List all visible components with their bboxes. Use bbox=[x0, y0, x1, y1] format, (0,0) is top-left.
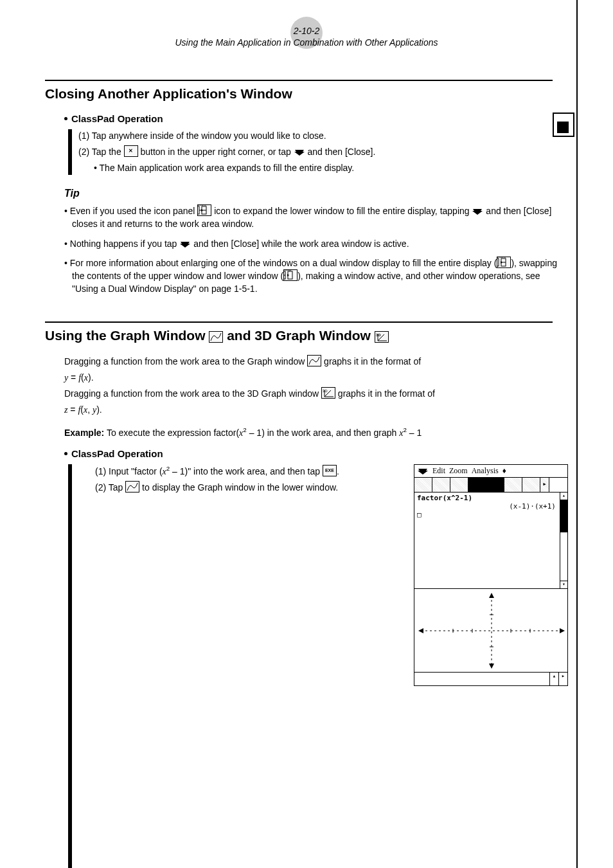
tb-btn-3[interactable] bbox=[450, 478, 468, 492]
menu-more[interactable]: ♦ bbox=[502, 466, 506, 476]
menu-edit[interactable]: Edit bbox=[432, 466, 445, 476]
tip1-b: icon to expand the lower window to fill … bbox=[211, 206, 472, 216]
section-heading-closing: Closing Another Application's Window bbox=[45, 86, 568, 102]
status-spacer bbox=[414, 673, 549, 685]
svg-marker-0 bbox=[294, 150, 305, 156]
tb-btn-2[interactable] bbox=[432, 478, 450, 492]
swap-label: Swap bbox=[284, 269, 297, 275]
tip3-a: • For more information about enlarging o… bbox=[64, 258, 497, 268]
eq1: y = f(x). bbox=[64, 371, 568, 384]
p1b: graphs it in the format of bbox=[321, 356, 421, 366]
status-icon-2[interactable]: ▸ bbox=[558, 673, 567, 685]
breadcrumb: 2-10-2 bbox=[45, 26, 568, 36]
scroll-thumb[interactable] bbox=[560, 500, 567, 532]
eq1-cl: ). bbox=[88, 372, 94, 383]
resize-label-2: Resize bbox=[497, 257, 510, 262]
ss-graph-area[interactable] bbox=[414, 589, 567, 673]
status-icon-1[interactable]: ▴ bbox=[549, 673, 558, 685]
menu-analysis[interactable]: Analysis bbox=[472, 466, 499, 476]
section-heading-graph: Using the Graph Window and 3D Graph Wind… bbox=[45, 328, 568, 343]
graph-window-icon bbox=[209, 331, 223, 343]
sub-heading-label-2: ClassPad Operation bbox=[71, 448, 163, 459]
tb-btn-1[interactable] bbox=[414, 478, 432, 492]
sec2-title-b: and 3D Graph Window bbox=[223, 328, 374, 343]
resize-icon: Resize bbox=[197, 204, 211, 216]
close-x-icon: ✕ bbox=[124, 145, 138, 157]
tip-list: • Even if you used the icon panel Resize… bbox=[64, 204, 568, 296]
resize-icon: Resize bbox=[497, 257, 511, 268]
swap-icon: Swap bbox=[283, 269, 298, 281]
eq2-eq: = bbox=[67, 404, 78, 415]
page-header: 2-10-2 Using the Main Application in Com… bbox=[45, 26, 568, 48]
tip-item-3: • For more information about enlarging o… bbox=[64, 257, 568, 296]
sec2-title-a: Using the Graph Window bbox=[45, 328, 209, 343]
svg-marker-23 bbox=[418, 469, 428, 475]
tb-btn-7[interactable] bbox=[522, 478, 540, 492]
resize-label: Resize bbox=[198, 204, 211, 210]
step-2-text-a: (2) Tap the bbox=[78, 147, 124, 157]
eq2-comma: , bbox=[87, 404, 93, 415]
p2a: Dragging a function from the work area t… bbox=[64, 388, 321, 399]
steps-block-2: (1) Input "factor (x2 – 1)" into the wor… bbox=[68, 464, 568, 868]
s1a: (1) Input "factor ( bbox=[95, 466, 163, 476]
sub-heading-classpad-op-1: ClassPad Operation bbox=[64, 113, 568, 124]
section-rule bbox=[45, 80, 553, 81]
tip-item-2: • Nothing happens if you tap and then [C… bbox=[64, 237, 568, 250]
ss-scrollbar[interactable]: ▴ ▾ bbox=[560, 493, 567, 588]
tb-btn-5-selected[interactable] bbox=[486, 478, 504, 492]
ex-c: – 1 bbox=[407, 427, 422, 437]
svg-marker-29 bbox=[560, 628, 565, 633]
work-cursor: □ bbox=[417, 511, 565, 519]
fat-down-arrow-icon bbox=[294, 149, 305, 156]
fat-down-arrow-icon bbox=[472, 208, 483, 215]
graph-window-icon bbox=[125, 481, 139, 493]
svg-text:3D: 3D bbox=[376, 333, 381, 337]
sub-heading-label: ClassPad Operation bbox=[71, 113, 163, 124]
svg-marker-26 bbox=[489, 593, 494, 598]
ex-a: To execute the expression factor( bbox=[104, 427, 239, 437]
p1a: Dragging a function from the work area t… bbox=[64, 356, 307, 366]
fat-down-arrow-icon[interactable] bbox=[417, 467, 429, 475]
tip2-a: • Nothing happens if you tap bbox=[64, 239, 179, 249]
s1b: – 1)" into the work area, and then tap bbox=[170, 466, 323, 476]
classpad-screenshot: Edit Zoom Analysis ♦ ▸ bbox=[414, 464, 568, 686]
work-line-2: (x-1)·(x+1) bbox=[417, 502, 565, 511]
step-2-text-b: button in the upper right corner, or tap bbox=[138, 147, 294, 157]
ss-toolbar: ▸ bbox=[414, 478, 567, 493]
steps-block-1: (1) Tap anywhere inside of the window yo… bbox=[68, 129, 568, 175]
eq2-cl: ). bbox=[96, 404, 102, 415]
chapter-title: Using the Main Application in Combinatio… bbox=[45, 37, 568, 48]
s2a: (2) Tap bbox=[95, 482, 125, 493]
tb-scroll-right[interactable]: ▸ bbox=[540, 478, 549, 492]
svg-text:3D: 3D bbox=[323, 389, 328, 393]
tip1-a: • Even if you used the icon panel bbox=[64, 206, 197, 216]
tb-btn-6[interactable] bbox=[504, 478, 522, 492]
step-2-sub: • The Main application work area expands… bbox=[94, 161, 568, 175]
graph-axes bbox=[414, 589, 569, 673]
tip-item-1: • Even if you used the icon panel Resize… bbox=[64, 204, 568, 231]
para-graph-drag: Dragging a function from the work area t… bbox=[64, 355, 568, 368]
example-label: Example: bbox=[64, 427, 104, 437]
3d-graph-window-icon: 3D bbox=[321, 387, 335, 399]
s1c: . bbox=[337, 466, 339, 476]
para-3dgraph-drag: Dragging a function from the work area t… bbox=[64, 387, 568, 401]
example-line: Example: To execute the expression facto… bbox=[64, 426, 568, 440]
scroll-down-icon[interactable]: ▾ bbox=[560, 581, 567, 588]
svg-marker-27 bbox=[489, 664, 494, 669]
margin-calculator-icon bbox=[553, 113, 574, 137]
step-2: (2) Tap the ✕ button in the upper right … bbox=[78, 145, 568, 159]
svg-marker-28 bbox=[418, 628, 423, 633]
step2-1: (1) Input "factor (x2 – 1)" into the wor… bbox=[95, 464, 401, 478]
step-1: (1) Tap anywhere inside of the window yo… bbox=[78, 129, 568, 143]
margin-rule bbox=[576, 0, 578, 868]
ex-b: – 1) in the work area, and then graph bbox=[247, 427, 399, 437]
sub-heading-classpad-op-2: ClassPad Operation bbox=[64, 448, 568, 459]
3d-graph-window-icon: 3D bbox=[375, 331, 389, 343]
ss-work-area[interactable]: factor(x^2-1) (x-1)·(x+1) □ ▴ ▾ bbox=[414, 493, 567, 589]
scroll-up-icon[interactable]: ▴ bbox=[560, 493, 567, 500]
tb-btn-4-selected[interactable] bbox=[468, 478, 486, 492]
work-line-1: factor(x^2-1) bbox=[417, 494, 565, 502]
menu-zoom[interactable]: Zoom bbox=[449, 466, 468, 476]
exe-icon: EXE bbox=[323, 465, 337, 476]
tip2-b: and then [Close] while the work area win… bbox=[191, 239, 409, 249]
